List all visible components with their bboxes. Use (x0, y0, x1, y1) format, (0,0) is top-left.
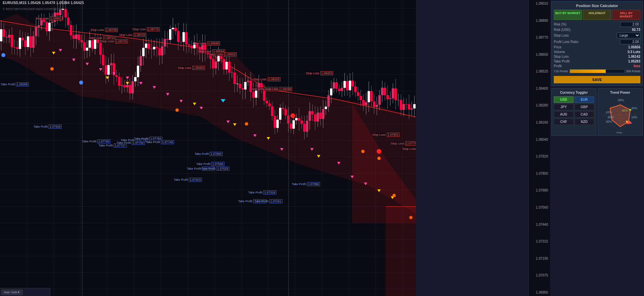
price-axis: 1.09010 1.08890 1.08770 1.08650 1.08525 … (528, 0, 550, 296)
risk-pct-label: Risk (%) (554, 23, 567, 26)
currency-toggler-title: Currency Toggler (554, 91, 594, 94)
currency-eur-button[interactable]: EUR (575, 96, 594, 103)
currency-grid: USD EUR JPY GBP AUD CAD CHF NZD (554, 96, 594, 125)
price-label-3: 1.08770 (529, 36, 549, 39)
currency-cad-button[interactable]: CAD (575, 111, 594, 118)
svg-text:50%: 50% (616, 131, 623, 133)
main-settings-button[interactable]: Main Setti▼ (1, 290, 22, 295)
right-panel: Position Size Calculator BUY BY MARKET H… (550, 0, 644, 296)
price-label-field: Price (554, 45, 561, 49)
currency-nzd-button[interactable]: NZD (575, 119, 594, 125)
stop-loss-label: Stop Loss (554, 34, 569, 37)
price-label-15: 1.07315 (529, 240, 549, 243)
take-profit-label-1: Take Profit 1.08308 (1, 83, 29, 86)
risk-pct-input[interactable] (620, 22, 640, 27)
progress-bar-loss (570, 69, 625, 73)
currency-usd-button[interactable]: USD (554, 96, 574, 103)
risk-usd-row: Risk (USD) 92.73 (554, 28, 640, 32)
risk-usd-value: 92.73 (632, 28, 640, 32)
take-profit-label-14: Take Profit 1.07386 (292, 182, 320, 186)
sl-level-value: 1.06142 (628, 55, 640, 58)
take-profit-label-17: Take Profit 1.07241 (254, 200, 282, 203)
take-profit-label-7: Take Profit 1.07784 (134, 137, 162, 140)
price-label-14: 1.07440 (529, 223, 549, 226)
trend-panel: Trend Power 50% (598, 88, 643, 136)
chart-title: EURUSD,M15 1.05426 1.05470 1.05394 1.054… (3, 1, 84, 5)
price-label-9: 1.08040 (529, 138, 549, 141)
svg-point-17 (629, 109, 631, 111)
stop-loss-label-7: Stop Loss 1.08688 (193, 42, 220, 45)
tp-level-label: Take Profit (554, 59, 570, 63)
pl-ratio-label: Profit Loss Ratio (554, 40, 578, 44)
stop-loss-label-9: Stop Loss 1.08552 (210, 53, 237, 56)
price-label-12: 1.07680 (529, 188, 549, 192)
price-label-2: 1.08890 (529, 19, 549, 23)
stop-loss-label-15: Stop Loss 1.07851 (372, 133, 399, 136)
progress-row: 716 Points 358 Points (554, 69, 640, 73)
stop-loss-label-5: Stop Loss 1.08722 (89, 36, 116, 40)
currency-panel: Currency Toggler USD EUR JPY GBP AUD CAD… (551, 88, 596, 136)
profit-label: Profit (554, 64, 561, 68)
price-label-6: 1.08400 (529, 87, 549, 90)
stop-loss-label-2: Stop Loss 1.08799 (91, 28, 118, 32)
take-profit-label-10: Take Profit 1.07566 (196, 162, 224, 166)
currency-aud-button[interactable]: AUD (554, 111, 574, 118)
trend-radar: 50% 30% 10% 50% 30% 10% 80% 80% (602, 96, 639, 133)
volume-value: 0.3 Lots (628, 50, 640, 54)
currency-jpy-button[interactable]: JPY (554, 104, 574, 110)
stop-loss-label-10: Stop Loss 1.08450 (178, 66, 205, 70)
price-label-11: 1.07800 (529, 172, 549, 175)
stop-loss-label-16: Stop Loss 1.07779 (391, 142, 416, 145)
stop-loss-label-3: Stop Loss 1.08779 (132, 28, 160, 31)
price-label-18: 1.06955 (529, 291, 549, 294)
svg-text:30%: 30% (606, 120, 612, 123)
price-label-13: 1.07560 (529, 206, 549, 209)
svg-text:10%: 10% (631, 116, 637, 119)
pl-ratio-row: Profit Loss Ratio (554, 39, 640, 44)
price-label-16: 1.07195 (529, 257, 549, 260)
risk-pct-row: Risk (%) (554, 22, 640, 27)
stop-loss-label-11: Stop Loss 1.08403 (306, 72, 333, 75)
stop-loss-row: Stop Loss Large Small Medium (554, 33, 640, 38)
price-label-10: 1.07920 (529, 155, 549, 158)
pl-ratio-input[interactable] (620, 39, 640, 44)
take-profit-label-13: Take Profit 1.07423 (174, 178, 202, 181)
stop-loss-label-17: Stop Loss 1.07739 (402, 147, 416, 151)
bottom-panels: Currency Toggler USD EUR JPY GBP AUD CAD… (551, 88, 643, 136)
save-button[interactable]: SAVE (554, 76, 640, 83)
sl-level-row: Stop Loss 1.06142 (554, 55, 640, 58)
svg-text:30%: 30% (631, 107, 637, 110)
take-profit-label-9: Take Profit 1.07660 (195, 152, 223, 156)
sl-level-label: Stop Loss (554, 55, 569, 58)
svg-point-18 (626, 121, 628, 123)
tp-level-row: Take Profit 1.05283 (554, 59, 640, 63)
stop-loss-select[interactable]: Large Small Medium (617, 33, 640, 38)
hold-wait-button[interactable]: HOLD/WAIT (583, 10, 611, 20)
svg-text:10%: 10% (606, 111, 612, 114)
take-profit-label-2: Take Profit 1.07916 (34, 125, 62, 128)
currency-gbp-button[interactable]: GBP (575, 104, 594, 110)
stop-loss-label-14: Stop Loss 1.08258 (265, 87, 292, 91)
profit-value: loss (634, 64, 640, 68)
stop-loss-label-12: Stop Loss 1.08325 (253, 78, 280, 81)
price-label-7: 1.08280 (529, 103, 549, 107)
take-profit-label-3: Take Profit 1.07730 (82, 140, 110, 143)
buy-by-market-button[interactable]: BUY BY MARKET (554, 10, 582, 20)
take-profit-label-8: Take Profit 1.07749 (146, 140, 174, 144)
main-settings-label: Main Setti▼ (4, 291, 20, 294)
currency-chf-button[interactable]: CHF (554, 119, 574, 125)
take-profit-label-12: Take Profit 1.07525 (201, 167, 229, 170)
price-label-17: 1.07075 (529, 273, 549, 277)
volume-label: Volume (554, 50, 565, 54)
stop-loss-label-1: Stop Loss 1.08901 (36, 17, 63, 20)
progress-fill-loss (570, 70, 606, 73)
psc-buttons: BUY BY MARKET HOLD/WAIT SELL BY MARKET (554, 10, 640, 20)
price-label-4: 1.08650 (529, 53, 549, 56)
risk-usd-label: Risk (USD) (554, 28, 571, 32)
volume-row: Volume 0.3 Lots (554, 50, 640, 54)
trend-power-title: Trend Power (600, 91, 640, 94)
bottom-toolbar: Main Setti▼ (0, 288, 50, 296)
svg-text:50%: 50% (618, 98, 624, 102)
stop-loss-label-6: Stop Loss 1.08725 (101, 40, 128, 43)
sell-by-market-button[interactable]: SELL BY MARKET (612, 10, 640, 20)
